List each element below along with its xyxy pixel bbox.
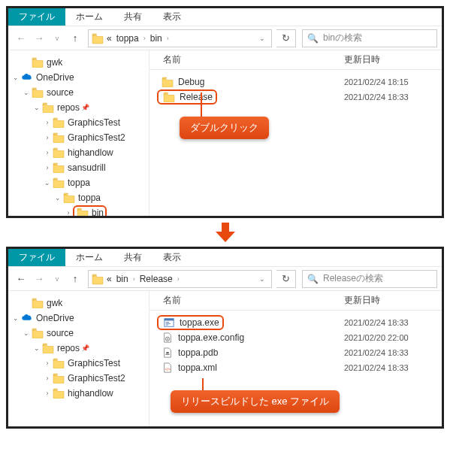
tree-item[interactable]: ⌄toppa: [8, 175, 149, 190]
tree-item[interactable]: ⌄source: [8, 85, 149, 100]
address-bar[interactable]: « toppa › bin › ⌄: [88, 29, 272, 47]
chevron-right-icon[interactable]: ›: [131, 275, 137, 283]
list-item[interactable]: toppa.exe.config2021/02/20 22:00: [149, 330, 442, 345]
address-segment[interactable]: toppa: [115, 33, 140, 44]
tree-item[interactable]: ›GraphicsTest: [8, 356, 149, 371]
chevron-right-icon[interactable]: ›: [176, 275, 181, 283]
menu-view[interactable]: 表示: [153, 8, 192, 26]
refresh-icon[interactable]: ↻: [276, 29, 296, 47]
file-name: toppa.pdb: [178, 347, 218, 358]
nav-recent-icon[interactable]: v: [49, 30, 65, 47]
expand-icon[interactable]: ›: [43, 119, 52, 126]
expand-icon[interactable]: ›: [64, 209, 73, 216]
tree-item[interactable]: ›sansudrill: [8, 160, 149, 175]
menu-share[interactable]: 共有: [113, 8, 153, 26]
file-name: Debug: [178, 77, 204, 87]
tree-label: GraphicsTest2: [68, 373, 125, 384]
chevron-down-icon[interactable]: ⌄: [256, 35, 268, 42]
list-item[interactable]: toppa.xml2021/02/24 18:33: [149, 360, 442, 375]
chevron-right-icon[interactable]: ›: [165, 35, 171, 42]
expand-icon[interactable]: ⌄: [32, 344, 41, 352]
folder-icon: [163, 92, 175, 102]
address-segment[interactable]: bin: [149, 33, 164, 44]
tree-item[interactable]: ›highandlow: [8, 386, 149, 401]
column-name[interactable]: 名前: [149, 53, 344, 66]
nav-forward-icon: →: [31, 271, 47, 287]
highlight-box: toppa.exe: [157, 315, 224, 330]
expand-icon[interactable]: ⌄: [11, 74, 20, 81]
nav-back-icon[interactable]: ←: [13, 271, 29, 287]
folder-icon: [53, 373, 65, 384]
tree-item[interactable]: ›GraphicsTest2: [8, 130, 149, 145]
menu-file[interactable]: ファイル: [8, 249, 65, 266]
tree-label: GraphicsTest2: [68, 132, 125, 143]
nav-up-icon[interactable]: ↑: [67, 271, 83, 287]
nav-up-icon[interactable]: ↑: [67, 30, 83, 47]
nav-recent-icon[interactable]: v: [49, 271, 65, 287]
chevron-right-icon[interactable]: ›: [142, 35, 147, 42]
column-date[interactable]: 更新日時: [344, 53, 442, 66]
folder-tree[interactable]: gwk⌄OneDrive⌄source⌄repos📌›GraphicsTest›…: [8, 50, 149, 216]
column-date[interactable]: 更新日時: [344, 294, 442, 307]
folder-icon: [53, 388, 65, 399]
tree-item[interactable]: ⌄repos📌: [8, 100, 149, 115]
expand-icon[interactable]: ⌄: [43, 179, 52, 186]
expand-icon[interactable]: ⌄: [22, 329, 31, 337]
menu-view[interactable]: 表示: [153, 249, 192, 266]
list-item[interactable]: toppa.pdb2021/02/24 18:33: [149, 345, 442, 360]
folder-icon: [162, 77, 174, 87]
tree-item[interactable]: ›GraphicsTest: [8, 115, 149, 130]
tree-item[interactable]: ›highandlow: [8, 145, 149, 160]
refresh-icon[interactable]: ↻: [276, 270, 296, 288]
expand-icon[interactable]: ›: [43, 134, 52, 141]
folder-icon: [32, 328, 44, 338]
tree-item[interactable]: gwk: [8, 296, 149, 311]
menu-home[interactable]: ホーム: [65, 249, 113, 266]
nav-back-icon[interactable]: ←: [13, 30, 29, 47]
expand-icon[interactable]: ⌄: [22, 89, 31, 96]
tree-label: highandlow: [68, 147, 113, 158]
folder-icon: [32, 57, 44, 68]
tree-item[interactable]: ⌄OneDrive: [8, 311, 149, 326]
expand-icon[interactable]: ›: [43, 390, 52, 397]
menu-share[interactable]: 共有: [113, 249, 153, 266]
column-headers: 名前 更新日時: [149, 291, 442, 311]
expand-icon[interactable]: ⌄: [53, 194, 62, 202]
address-segment[interactable]: bin: [115, 274, 130, 284]
folder-icon: [53, 117, 65, 128]
tree-item[interactable]: ›GraphicsTest2: [8, 371, 149, 386]
folder-tree[interactable]: gwk⌄OneDrive⌄source⌄repos📌›GraphicsTest›…: [8, 291, 149, 426]
tree-label: toppa: [78, 193, 101, 203]
toolbar: ← → v ↑ « toppa › bin › ⌄ ↻ 🔍 binの検索: [8, 26, 442, 50]
tree-item[interactable]: ›bin: [8, 205, 149, 216]
expand-icon[interactable]: ›: [43, 374, 52, 382]
folder-icon: [53, 132, 65, 143]
tree-label: OneDrive: [36, 313, 74, 323]
tree-item[interactable]: ⌄OneDrive: [8, 70, 149, 85]
expand-icon[interactable]: ›: [43, 164, 52, 171]
list-item[interactable]: Debug2021/02/24 18:15: [149, 74, 442, 89]
nav-forward-icon: →: [31, 30, 47, 47]
onedrive-icon: [21, 72, 33, 83]
chevron-down-icon[interactable]: ⌄: [256, 275, 268, 283]
search-input[interactable]: 🔍 Releaseの検索: [302, 270, 437, 288]
tree-label: OneDrive: [36, 72, 74, 83]
tree-item[interactable]: gwk: [8, 55, 149, 70]
expand-icon[interactable]: ›: [43, 149, 52, 156]
tree-item[interactable]: ⌄toppa: [8, 190, 149, 205]
address-segment[interactable]: Release: [138, 274, 174, 284]
expand-icon[interactable]: ›: [43, 359, 52, 367]
column-name[interactable]: 名前: [149, 294, 344, 307]
list-item[interactable]: toppa.exe2021/02/24 18:33: [149, 315, 442, 330]
menu-file[interactable]: ファイル: [8, 8, 65, 26]
search-input[interactable]: 🔍 binの検索: [302, 29, 437, 47]
tree-item[interactable]: ⌄repos📌: [8, 341, 149, 356]
menu-home[interactable]: ホーム: [65, 8, 113, 26]
tree-label: toppa: [68, 177, 90, 188]
tree-item[interactable]: ⌄source: [8, 326, 149, 341]
expand-icon[interactable]: ⌄: [11, 314, 20, 322]
list-item[interactable]: Release2021/02/24 18:33: [149, 89, 442, 105]
address-bar[interactable]: « bin › Release › ⌄: [88, 270, 272, 288]
folder-icon: [92, 32, 104, 44]
expand-icon[interactable]: ⌄: [32, 104, 41, 111]
